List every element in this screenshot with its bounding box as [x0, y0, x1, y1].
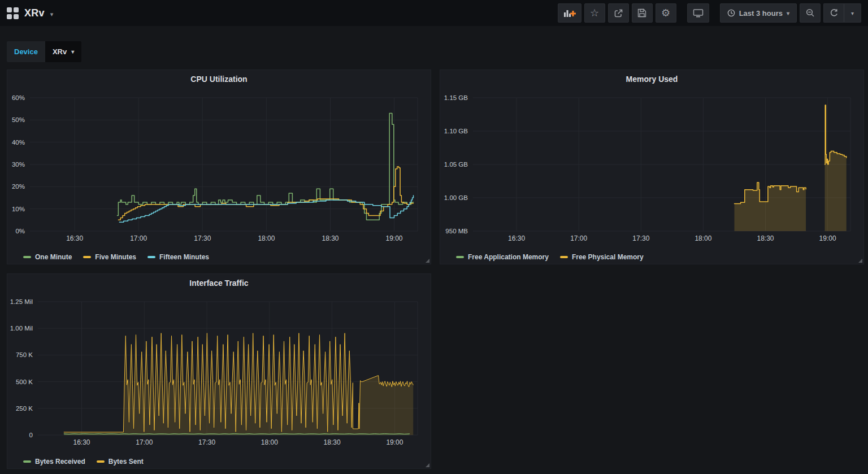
x-axis-tick-label: 18:30 — [322, 234, 338, 242]
x-axis-tick-label: 19:00 — [385, 234, 402, 242]
y-axis-tick-label: 1.10 GB — [444, 128, 468, 134]
series-color-swatch — [456, 256, 464, 258]
series-color-swatch — [83, 256, 91, 258]
star-button[interactable]: ☆ — [584, 3, 605, 23]
legend-label: Bytes Sent — [108, 458, 144, 466]
cpu-utilization-chart[interactable]: 0%10%20%30%40%50%60%16:3017:0017:3018:00… — [7, 87, 431, 244]
memory-used-svg: 950 MB1.00 GB1.05 GB1.10 GB1.15 GB16:301… — [440, 87, 863, 244]
legend-item-one-minute[interactable]: One Minute — [23, 253, 72, 261]
share-button[interactable] — [608, 3, 629, 23]
variable-device-caret-icon: ▾ — [71, 49, 74, 55]
star-icon: ☆ — [590, 8, 599, 18]
series-fill-free-physical-memory — [825, 105, 847, 231]
y-axis-tick-label: 750 K — [16, 351, 33, 358]
gear-icon: ⚙ — [661, 8, 670, 18]
panel-resize-handle[interactable] — [858, 259, 862, 263]
series-color-swatch — [23, 460, 31, 463]
panel-title[interactable]: CPU Utilization — [7, 75, 431, 84]
dashboard-grid-icon[interactable] — [7, 7, 19, 19]
variable-device-value: XRv — [53, 47, 67, 56]
refresh-button[interactable] — [823, 3, 844, 23]
clock-icon — [727, 9, 735, 17]
cpu-utilization-svg: 0%10%20%30%40%50%60%16:3017:0017:3018:00… — [7, 87, 431, 244]
series-fill-bytes-sent — [64, 333, 413, 435]
x-axis-tick-label: 19:00 — [819, 234, 836, 242]
legend-item-free-application-memory[interactable]: Free Application Memory — [456, 253, 549, 261]
y-axis-tick-label: 50% — [12, 116, 25, 123]
zoom-out-button[interactable] — [800, 3, 821, 23]
y-axis-tick-label: 30% — [12, 161, 25, 168]
legend-label: Five Minutes — [95, 253, 136, 261]
legend-label: Free Physical Memory — [572, 253, 644, 261]
template-variable-bar: Device XRv ▾ — [7, 41, 81, 62]
x-axis-tick-label: 16:30 — [66, 234, 83, 242]
y-axis-tick-label: 40% — [12, 139, 25, 146]
save-button[interactable] — [632, 3, 653, 23]
y-axis-tick-label: 0% — [15, 228, 25, 234]
x-axis-tick-label: 17:30 — [632, 234, 649, 242]
y-axis-tick-label: 20% — [12, 183, 25, 190]
y-axis-tick-label: 1.25 Mil — [10, 298, 33, 305]
series-color-swatch — [147, 256, 155, 258]
add-panel-button[interactable] — [558, 3, 581, 23]
x-axis-tick-label: 18:30 — [324, 438, 341, 446]
dashboard-title[interactable]: XRv — [24, 7, 45, 19]
refresh-interval-dropdown[interactable]: ▾ — [844, 3, 861, 23]
interface-traffic-chart[interactable]: 0250 K500 K750 K1.00 Mil1.25 Mil16:3017:… — [7, 291, 431, 448]
legend: One Minute Five Minutes Fifteen Minutes — [23, 253, 209, 261]
legend-item-bytes-received[interactable]: Bytes Received — [23, 458, 85, 466]
panel-cpu-utilization: CPU Utilization 0%10%20%30%40%50%60%16:3… — [7, 69, 431, 264]
legend-label: One Minute — [35, 253, 72, 261]
legend: Free Application Memory Free Physical Me… — [456, 253, 644, 261]
panel-resize-handle[interactable] — [426, 259, 429, 263]
x-axis-tick-label: 17:00 — [136, 438, 153, 446]
y-axis-tick-label: 1.15 GB — [444, 94, 468, 101]
refresh-caret-icon: ▾ — [851, 10, 854, 16]
panel-title[interactable]: Memory Used — [440, 75, 863, 84]
series-color-swatch — [97, 460, 105, 463]
panel-interface-traffic: Interface Traffic 0250 K500 K750 K1.00 M… — [7, 273, 431, 469]
time-range-caret-icon: ▾ — [787, 10, 789, 16]
legend: Bytes Received Bytes Sent — [23, 458, 144, 466]
share-icon — [614, 8, 623, 18]
panel-memory-used: Memory Used 950 MB1.00 GB1.05 GB1.10 GB1… — [440, 69, 864, 264]
zoom-out-icon — [806, 8, 815, 18]
y-axis-tick-label: 10% — [12, 206, 25, 212]
series-color-swatch — [23, 256, 31, 258]
y-axis-tick-label: 950 MB — [445, 228, 468, 234]
panel-title[interactable]: Interface Traffic — [7, 279, 431, 288]
x-axis-tick-label: 16:30 — [508, 234, 525, 242]
legend-item-five-minutes[interactable]: Five Minutes — [83, 253, 136, 261]
y-axis-tick-label: 1.00 Mil — [10, 325, 33, 332]
x-axis-tick-label: 17:00 — [570, 234, 587, 242]
y-axis-tick-label: 250 K — [16, 405, 33, 412]
memory-used-chart[interactable]: 950 MB1.00 GB1.05 GB1.10 GB1.15 GB16:301… — [440, 87, 863, 244]
variable-device-label: Device — [7, 41, 45, 62]
interface-traffic-svg: 0250 K500 K750 K1.00 Mil1.25 Mil16:3017:… — [7, 291, 431, 448]
save-icon — [637, 8, 646, 18]
y-axis-tick-label: 1.00 GB — [444, 194, 468, 201]
legend-item-fifteen-minutes[interactable]: Fifteen Minutes — [147, 253, 209, 261]
x-axis-tick-label: 17:00 — [130, 234, 147, 242]
series-line-five-minutes — [118, 167, 413, 220]
tv-mode-button[interactable] — [687, 3, 709, 23]
legend-item-free-physical-memory[interactable]: Free Physical Memory — [560, 253, 644, 261]
series-line-one-minute — [118, 114, 414, 220]
refresh-icon — [830, 8, 839, 18]
x-axis-tick-label: 16:30 — [73, 438, 90, 446]
y-axis-tick-label: 1.05 GB — [444, 161, 468, 168]
variable-device-select[interactable]: XRv ▾ — [45, 41, 81, 62]
x-axis-tick-label: 18:00 — [695, 234, 711, 242]
legend-label: Bytes Received — [35, 458, 85, 466]
x-axis-tick-label: 17:30 — [198, 438, 215, 446]
legend-item-bytes-sent[interactable]: Bytes Sent — [97, 458, 144, 466]
tv-icon — [693, 8, 704, 18]
x-axis-tick-label: 19:00 — [386, 438, 403, 446]
y-axis-tick-label: 60% — [12, 94, 25, 101]
x-axis-tick-label: 18:00 — [261, 438, 278, 446]
time-range-picker[interactable]: Last 3 hours ▾ — [720, 3, 797, 23]
dashboard-title-caret-icon[interactable]: ▾ — [50, 11, 54, 18]
x-axis-tick-label: 18:30 — [757, 234, 774, 242]
settings-button[interactable]: ⚙ — [656, 3, 676, 23]
panel-resize-handle[interactable] — [426, 463, 429, 467]
